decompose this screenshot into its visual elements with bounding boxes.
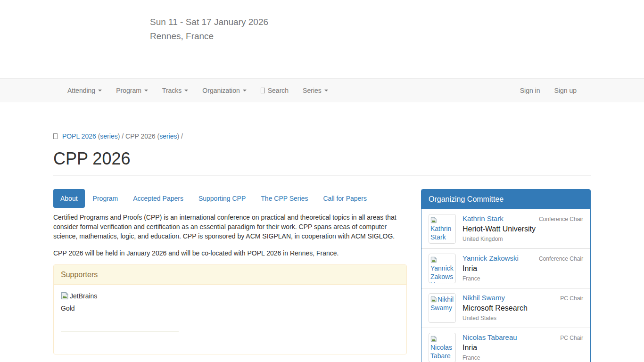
navbar-account-menu: Sign in Sign up <box>513 79 584 102</box>
broken-image-icon <box>430 336 437 342</box>
nav-item-program[interactable]: Program <box>109 79 155 102</box>
tab-label[interactable]: Call for Papers <box>316 189 374 208</box>
sign-up-link[interactable]: Sign up <box>547 79 584 102</box>
member-role: PC Chair <box>560 295 583 302</box>
member-name-link[interactable]: Nikhil Swamy <box>462 293 505 302</box>
chevron-down-icon <box>324 90 328 91</box>
member-name-link[interactable]: Yannick Zakowski <box>462 254 519 263</box>
sidebar: Organizing Committee Kathrin Stark Kathr… <box>421 189 591 362</box>
member-name-link[interactable]: Nicolas Tabareau <box>462 333 517 342</box>
tab-call-for-papers[interactable]: Call for Papers <box>316 189 374 208</box>
page-tabs: About Program Accepted Papers Supporting… <box>53 189 407 208</box>
member-affiliation: Heriot-Watt University <box>462 224 583 234</box>
member-country: France <box>462 275 583 282</box>
tab-accepted-papers[interactable]: Accepted Papers <box>126 189 190 208</box>
nav-item-attending[interactable]: Attending <box>60 79 109 102</box>
committee-member-row: Nicolas Tabareau Nicolas Tabareau PC Cha… <box>421 328 590 362</box>
tab-about[interactable]: About <box>53 189 85 208</box>
member-affiliation: Inria <box>462 343 583 353</box>
nav-item-label: Organization <box>202 86 239 95</box>
broken-image-icon <box>61 292 69 300</box>
conference-banner: Sun 11 - Sat 17 January 2026 Rennes, Fra… <box>0 0 644 78</box>
member-photo-thumbnail[interactable]: Nikhil Swamy <box>429 293 456 323</box>
nav-item-label: Tracks <box>162 86 182 95</box>
nav-item-label: Search <box>268 86 289 95</box>
supporter-divider <box>61 331 179 332</box>
member-name-link[interactable]: Kathrin Stark <box>462 214 504 223</box>
member-photo-alt-text: Nicolas Tabareau <box>430 344 452 362</box>
breadcrumb-separator: / <box>122 132 124 140</box>
member-country: France <box>462 354 583 361</box>
nav-item-organization[interactable]: Organization <box>195 79 253 102</box>
member-photo-thumbnail[interactable]: Nicolas Tabareau <box>429 333 456 362</box>
supporters-panel-body: JetBrains Gold <box>54 285 406 354</box>
member-role: Conference Chair <box>539 255 583 262</box>
supporter-level: Gold <box>61 304 399 312</box>
breadcrumb: POPL 2026 (series) / CPP 2026 (series) / <box>53 132 591 140</box>
breadcrumb-paren: ) <box>118 132 120 140</box>
about-paragraph: CPP 2026 will be held in January 2026 an… <box>53 248 407 258</box>
member-role: PC Chair <box>560 335 583 341</box>
nav-item-tracks[interactable]: Tracks <box>155 79 195 102</box>
conference-dates: Sun 11 - Sat 17 January 2026 <box>150 15 591 29</box>
supporters-panel: Supporters JetBrains Gold <box>53 264 407 354</box>
broken-image-icon <box>430 217 437 223</box>
nav-item-label: Program <box>116 86 141 95</box>
nav-item-label: Attending <box>67 86 95 95</box>
breadcrumb-popl-link[interactable]: POPL 2026 <box>62 132 96 140</box>
chevron-down-icon <box>144 90 148 91</box>
tab-label[interactable]: The CPP Series <box>254 189 315 208</box>
member-role: Conference Chair <box>539 216 583 222</box>
member-photo-alt-text: Yannick Zakowski <box>430 264 454 283</box>
breadcrumb-current: CPP 2026 <box>125 132 156 140</box>
member-country: United States <box>462 315 583 321</box>
member-photo-alt-text: Kathrin Stark <box>430 225 451 241</box>
breadcrumb-popl-series-link[interactable]: series <box>100 132 117 140</box>
nav-item-series[interactable]: Series <box>296 79 335 102</box>
breadcrumb-paren: ) <box>177 132 180 140</box>
home-icon[interactable] <box>53 133 58 139</box>
conference-location: Rennes, France <box>150 29 591 43</box>
page-title: CPP 2026 <box>53 149 591 168</box>
search-icon <box>261 88 265 93</box>
chevron-down-icon <box>184 90 188 91</box>
member-affiliation: Inria <box>462 264 583 273</box>
committee-member-row: Kathrin Stark Kathrin Stark Conference C… <box>421 209 590 248</box>
navbar-menu: Attending Program Tracks Organization Se… <box>60 79 335 102</box>
tab-program[interactable]: Program <box>86 189 125 208</box>
main-navbar: Attending Program Tracks Organization Se… <box>0 78 644 102</box>
committee-panel-title: Organizing Committee <box>421 189 590 209</box>
breadcrumb-cpp-series-link[interactable]: series <box>159 132 177 140</box>
member-affiliation: Microsoft Research <box>462 304 583 313</box>
organizing-committee-panel: Organizing Committee Kathrin Stark Kathr… <box>421 189 591 362</box>
sign-in-link[interactable]: Sign in <box>513 79 547 102</box>
tab-label[interactable]: Supporting CPP <box>191 189 253 208</box>
about-paragraph: Certified Programs and Proofs (CPP) is a… <box>53 213 407 241</box>
committee-member-row: Nikhil Swamy Nikhil Swamy PC Chair Micro… <box>421 288 590 328</box>
tab-supporting-cpp[interactable]: Supporting CPP <box>191 189 253 208</box>
supporter-alt-text: JetBrains <box>70 292 97 300</box>
supporters-panel-title: Supporters <box>54 265 406 285</box>
tab-cpp-series[interactable]: The CPP Series <box>254 189 315 208</box>
broken-image-icon <box>430 296 437 303</box>
member-photo-thumbnail[interactable]: Yannick Zakowski <box>429 254 456 283</box>
main-content: About Program Accepted Papers Supporting… <box>53 176 407 354</box>
nav-item-search[interactable]: Search <box>254 79 296 102</box>
member-photo-thumbnail[interactable]: Kathrin Stark <box>429 214 456 244</box>
committee-member-row: Yannick Zakowski Yannick Zakowski Confer… <box>421 248 590 288</box>
tab-label[interactable]: Accepted Papers <box>126 189 190 208</box>
tab-label[interactable]: About <box>53 189 85 208</box>
chevron-down-icon <box>243 90 247 91</box>
broken-image-icon <box>430 256 437 263</box>
breadcrumb-separator: / <box>181 132 183 140</box>
supporter-logo-link[interactable]: JetBrains <box>61 292 399 300</box>
tab-label[interactable]: Program <box>86 189 125 208</box>
member-country: United Kingdom <box>462 236 583 242</box>
nav-item-label: Series <box>303 86 322 95</box>
chevron-down-icon <box>98 90 102 91</box>
